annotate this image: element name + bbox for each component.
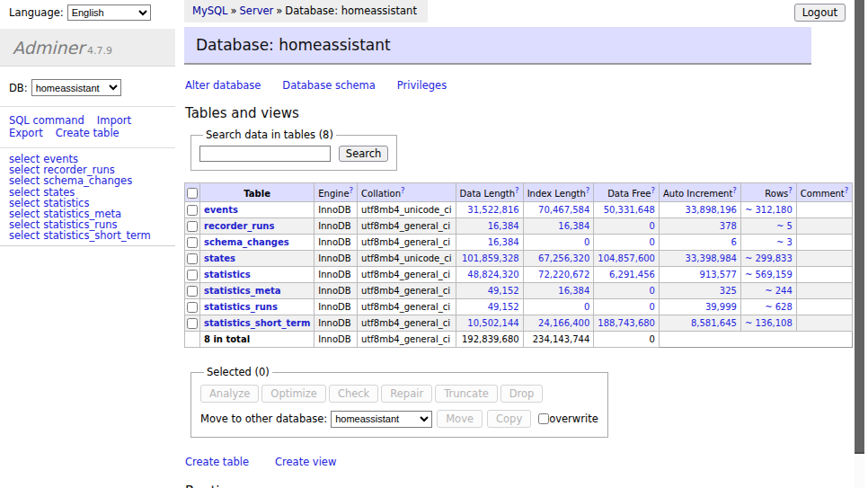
- table-name-link[interactable]: statistics_runs: [204, 302, 278, 312]
- move-button[interactable]: Move: [437, 410, 483, 428]
- table-name-link[interactable]: statistics_meta: [204, 286, 280, 296]
- create-view-link[interactable]: Create view: [275, 456, 336, 468]
- sidebar: Language:English Adminer4.7.9 DB:homeass…: [0, 0, 175, 488]
- rows-count-link[interactable]: ~ 3: [776, 237, 793, 247]
- operation-button[interactable]: Check: [329, 385, 378, 403]
- operation-button[interactable]: Drop: [500, 385, 544, 403]
- table-name-link[interactable]: statistics_short_term: [204, 318, 310, 328]
- row-checkbox[interactable]: [187, 302, 198, 313]
- help-icon[interactable]: ?: [586, 186, 590, 195]
- data-free-link[interactable]: 0: [650, 237, 655, 247]
- sidebar-table-link[interactable]: statistics_short_term: [43, 229, 151, 242]
- auto-increment-link[interactable]: 913,577: [700, 270, 737, 279]
- rows-count-link[interactable]: ~ 244: [765, 286, 793, 296]
- select-all-checkbox[interactable]: [187, 188, 198, 199]
- database-schema-link[interactable]: Database schema: [282, 79, 375, 92]
- index-length-link[interactable]: 72,220,672: [538, 270, 589, 279]
- data-length-link[interactable]: 16,384: [488, 237, 519, 247]
- scrollbar-thumb[interactable]: [855, 0, 864, 454]
- row-checkbox[interactable]: [187, 270, 198, 280]
- data-length-link[interactable]: 49,152: [488, 302, 519, 312]
- auto-increment-link[interactable]: 6: [731, 237, 737, 247]
- scrollbar-track[interactable]: [855, 0, 864, 488]
- logout-button[interactable]: Logout: [794, 4, 846, 22]
- help-icon[interactable]: ?: [401, 186, 405, 195]
- data-length-link[interactable]: 31,522,816: [467, 205, 518, 215]
- table-name-link[interactable]: statistics: [204, 270, 251, 279]
- operation-button[interactable]: Repair: [381, 385, 432, 403]
- rows-count-link[interactable]: ~ 299,833: [745, 253, 793, 263]
- data-length-link[interactable]: 10,502,144: [467, 318, 518, 328]
- index-length-link[interactable]: 0: [584, 237, 589, 247]
- data-free-link[interactable]: 6,291,456: [609, 270, 655, 279]
- operation-button[interactable]: Optimize: [261, 385, 326, 403]
- index-length-link[interactable]: 70,467,584: [538, 205, 589, 215]
- rows-count-link[interactable]: ~ 628: [765, 302, 793, 312]
- data-free-link[interactable]: 0: [650, 221, 655, 231]
- rows-count-link[interactable]: ~ 312,180: [745, 205, 793, 215]
- data-length-link[interactable]: 101,859,328: [462, 253, 519, 263]
- rows-count-link[interactable]: ~ 136,108: [745, 318, 793, 328]
- data-free-link[interactable]: 188,743,680: [598, 318, 655, 328]
- breadcrumb-mysql-link[interactable]: MySQL: [192, 4, 228, 17]
- operation-button[interactable]: Truncate: [435, 385, 498, 403]
- copy-button[interactable]: Copy: [487, 410, 531, 428]
- help-icon[interactable]: ?: [350, 186, 354, 195]
- table-name-link[interactable]: events: [204, 205, 238, 215]
- privileges-link[interactable]: Privileges: [397, 79, 447, 92]
- db-select[interactable]: homeassistant: [31, 79, 121, 96]
- auto-increment-link[interactable]: 8,581,645: [691, 318, 737, 328]
- page: Language:English Adminer4.7.9 DB:homeass…: [0, 0, 854, 488]
- index-length-link[interactable]: 16,384: [558, 221, 589, 231]
- data-length-link[interactable]: 16,384: [488, 221, 519, 231]
- overwrite-checkbox[interactable]: [538, 413, 549, 424]
- row-checkbox[interactable]: [187, 253, 198, 264]
- row-checkbox[interactable]: [187, 221, 198, 232]
- help-icon[interactable]: ?: [651, 186, 655, 195]
- data-free-link[interactable]: 0: [650, 286, 655, 296]
- row-checkbox[interactable]: [187, 237, 198, 248]
- data-free-link[interactable]: 50,331,648: [604, 205, 655, 215]
- data-free-link[interactable]: 104,857,600: [598, 253, 655, 263]
- help-icon[interactable]: ?: [788, 186, 793, 195]
- help-icon[interactable]: ?: [845, 186, 849, 195]
- index-length-link[interactable]: 16,384: [558, 286, 589, 296]
- column-header: Data Free?: [594, 183, 660, 202]
- operation-button[interactable]: Analyze: [200, 385, 259, 403]
- auto-increment-link[interactable]: 325: [720, 286, 737, 296]
- help-icon[interactable]: ?: [732, 186, 737, 195]
- row-checkbox[interactable]: [187, 318, 198, 329]
- sql-command-link[interactable]: SQL command: [9, 114, 84, 127]
- import-link[interactable]: Import: [97, 114, 131, 127]
- search-input[interactable]: [199, 146, 331, 162]
- column-header: Rows?: [740, 183, 796, 202]
- auto-increment-link[interactable]: 378: [720, 221, 737, 231]
- table-name-link[interactable]: states: [204, 253, 235, 263]
- data-length-link[interactable]: 49,152: [488, 286, 519, 296]
- rows-count-link[interactable]: ~ 569,159: [745, 270, 793, 279]
- auto-increment-link[interactable]: 33,398,984: [686, 253, 737, 263]
- data-free-link[interactable]: 0: [650, 302, 655, 312]
- collation-cell: utf8mb4_unicode_ci: [358, 251, 456, 267]
- create-table-link-sidebar[interactable]: Create table: [56, 127, 120, 139]
- language-select[interactable]: English: [67, 4, 151, 21]
- table-name-link[interactable]: schema_changes: [204, 237, 289, 247]
- auto-increment-link[interactable]: 33,898,196: [686, 205, 737, 215]
- export-link[interactable]: Export: [9, 127, 43, 139]
- row-checkbox[interactable]: [187, 286, 198, 297]
- select-link[interactable]: select: [9, 229, 40, 242]
- index-length-link[interactable]: 67,256,320: [538, 253, 589, 263]
- create-table-link[interactable]: Create table: [185, 456, 249, 468]
- index-length-link[interactable]: 24,166,400: [538, 318, 589, 328]
- move-database-select[interactable]: homeassistant: [331, 411, 432, 428]
- rows-count-link[interactable]: ~ 5: [776, 221, 793, 231]
- data-length-link[interactable]: 48,824,320: [467, 270, 518, 279]
- help-icon[interactable]: ?: [515, 186, 519, 195]
- row-checkbox[interactable]: [187, 205, 198, 216]
- alter-database-link[interactable]: Alter database: [185, 79, 261, 92]
- search-button[interactable]: Search: [339, 146, 389, 162]
- auto-increment-link[interactable]: 39,999: [705, 302, 737, 312]
- table-name-link[interactable]: recorder_runs: [204, 221, 274, 231]
- index-length-link[interactable]: 0: [584, 302, 589, 312]
- breadcrumb-server-link[interactable]: Server: [240, 4, 274, 17]
